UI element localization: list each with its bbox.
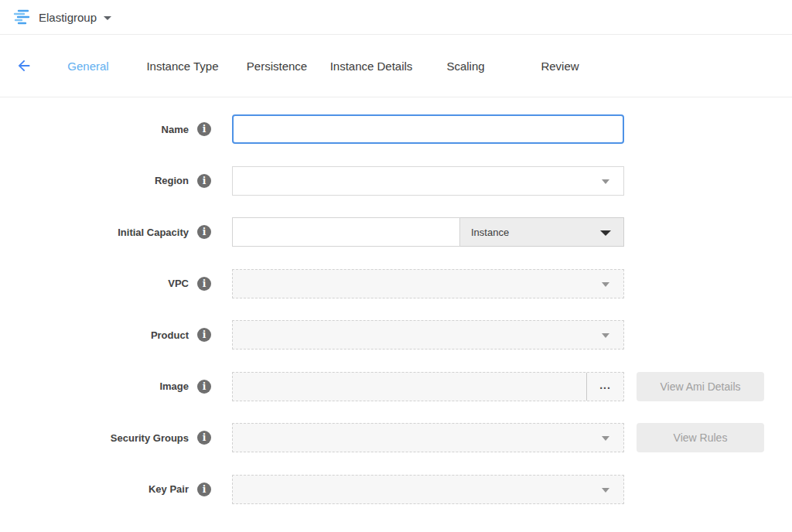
image-value: [233, 373, 586, 401]
product-select[interactable]: [232, 320, 624, 350]
chevron-down-icon: [602, 436, 609, 441]
tab-scaling[interactable]: Scaling: [418, 60, 513, 73]
chevron-down-icon: [602, 282, 609, 287]
field-row-key-pair: Key Pair i: [0, 475, 792, 504]
field-row-region: Region i: [0, 166, 792, 196]
arrow-back-icon: [15, 57, 32, 74]
info-icon[interactable]: i: [197, 174, 211, 188]
field-row-image: Image i ... View Ami Details: [0, 372, 792, 401]
info-icon[interactable]: i: [197, 225, 211, 239]
vpc-select[interactable]: [232, 269, 624, 298]
app-header: Elastigroup: [0, 0, 792, 35]
capacity-unit-select[interactable]: Instance: [460, 217, 624, 247]
wizard-tabs: General Instance Type Persistence Instan…: [41, 60, 607, 73]
field-row-initial-capacity: Initial Capacity i Instance: [0, 217, 792, 247]
info-icon[interactable]: i: [197, 483, 211, 496]
initial-capacity-label: Initial Capacity: [118, 227, 189, 238]
tab-review[interactable]: Review: [513, 60, 607, 73]
field-row-security-groups: Security Groups i View Rules: [0, 423, 792, 452]
name-input[interactable]: [232, 114, 624, 144]
image-label: Image: [159, 380, 189, 392]
chevron-down-icon[interactable]: [104, 16, 111, 20]
field-row-vpc: VPC i: [0, 269, 792, 298]
info-icon[interactable]: i: [197, 277, 211, 291]
info-icon[interactable]: i: [197, 328, 211, 342]
name-label: Name: [162, 124, 189, 135]
tab-persistence[interactable]: Persistence: [230, 60, 324, 73]
capacity-unit-value: Instance: [471, 227, 509, 238]
product-label: Product: [151, 329, 189, 341]
initial-capacity-input[interactable]: [232, 217, 460, 247]
region-select[interactable]: [232, 166, 624, 196]
security-groups-label: Security Groups: [111, 432, 189, 444]
image-picker[interactable]: ...: [232, 372, 624, 401]
region-label: Region: [155, 175, 189, 186]
general-form: Name i Region i Initial Capacity i Insta…: [0, 97, 792, 504]
view-rules-button[interactable]: View Rules: [637, 423, 764, 452]
key-pair-select[interactable]: [232, 475, 624, 504]
field-row-product: Product i: [0, 320, 792, 350]
elastigroup-logo-icon: [12, 8, 31, 26]
chevron-down-icon: [602, 333, 609, 338]
view-ami-details-button[interactable]: View Ami Details: [637, 372, 764, 401]
security-groups-select[interactable]: [232, 423, 624, 452]
field-row-name: Name i: [0, 114, 792, 144]
chevron-down-icon: [602, 179, 609, 184]
tab-general[interactable]: General: [41, 60, 135, 73]
info-icon[interactable]: i: [197, 380, 211, 394]
image-browse-button[interactable]: ...: [586, 373, 623, 401]
info-icon[interactable]: i: [197, 431, 211, 445]
key-pair-label: Key Pair: [148, 483, 189, 495]
app-switcher[interactable]: Elastigroup: [39, 11, 97, 24]
info-icon[interactable]: i: [197, 122, 211, 136]
chevron-down-icon: [602, 488, 609, 493]
wizard-tab-bar: General Instance Type Persistence Instan…: [0, 35, 792, 97]
back-button[interactable]: [15, 57, 32, 74]
vpc-label: VPC: [168, 278, 189, 289]
tab-instance-type[interactable]: Instance Type: [135, 60, 230, 73]
tab-instance-details[interactable]: Instance Details: [324, 60, 418, 73]
chevron-down-icon: [600, 230, 611, 236]
